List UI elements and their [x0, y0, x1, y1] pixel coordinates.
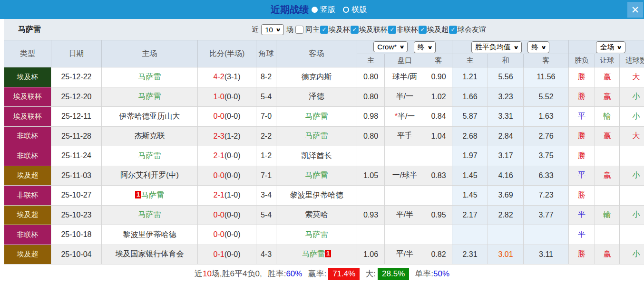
- close-icon: ✕: [631, 4, 640, 16]
- competition-filter: ✓ 球会友谊: [449, 25, 486, 34]
- chevron-down-icon: ∨: [399, 44, 405, 49]
- avg-time-dropdown[interactable]: 终 ∨: [527, 41, 549, 53]
- chevron-down-icon: ∨: [427, 45, 433, 50]
- halftime-score: (0-0): [224, 171, 241, 179]
- halftime-score: (3-1): [224, 73, 241, 81]
- handicap-text: 平/半: [396, 210, 413, 218]
- competition-label[interactable]: 非联杯: [397, 25, 418, 34]
- fulltime-score: 2-1: [214, 191, 224, 199]
- halftime-score: (1-2): [224, 132, 241, 140]
- vertical-layout-label[interactable]: 竖版: [320, 5, 335, 15]
- competition-filter: ✓ 埃及联杯: [350, 25, 388, 34]
- date-cell: 25-12-20: [51, 87, 102, 107]
- away-team-cell: 马萨雷: [276, 107, 357, 127]
- table-row: 非联杯 25-11-24 马萨雷 2-1(0-0) 1-2 凯泽酋长 1.97 …: [4, 146, 644, 166]
- sub-header-avg-draw: 和: [488, 54, 524, 67]
- chevron-down-icon: ∨: [275, 27, 281, 32]
- crow-away-cell: [425, 225, 452, 245]
- win-rate-value: 60%: [286, 269, 302, 279]
- competition-label[interactable]: 埃及杯: [329, 25, 350, 34]
- vertical-layout-radio-icon[interactable]: [312, 7, 318, 13]
- competition-label[interactable]: 埃及联杯: [359, 25, 388, 34]
- summary-stats: 场,胜6平4负0,: [212, 268, 262, 279]
- corners-cell: 8-2: [256, 67, 276, 87]
- away-team-name: 索莫哈: [305, 210, 328, 218]
- competition-checkbox[interactable]: ✓: [388, 26, 396, 34]
- date-cell: 25-11-03: [51, 166, 102, 186]
- odds-company-dropdown[interactable]: Crow* ∨: [373, 41, 408, 52]
- crow-away-cell: [425, 146, 452, 166]
- red-card-badge: 1: [135, 191, 141, 198]
- home-team-cell: 伊蒂哈德亚历山大: [102, 107, 198, 127]
- result-handicap-cell: [595, 225, 620, 245]
- result-goals-cell: 小: [620, 166, 644, 186]
- away-team-cell: 马萨雷1: [276, 245, 357, 264]
- filter-controls: 近 10 ∨ 场 同主 ✓ 埃及杯 ✓ 埃及联杯 ✓ 非联杯 ✓ 埃及超 ✓ 球…: [252, 24, 644, 35]
- match-count-select[interactable]: 10 ∨: [261, 24, 284, 35]
- result-goals-cell: 小: [620, 107, 644, 127]
- match-type-cell: 埃及联杯: [4, 107, 51, 127]
- odds-group-header: Crow* ∨ 终 ∨: [357, 40, 452, 54]
- sub-header-goals: 进球数: [620, 54, 644, 67]
- competition-checkbox[interactable]: ✓: [419, 26, 427, 34]
- same-home-label[interactable]: 同主: [305, 25, 320, 34]
- competition-checkbox[interactable]: ✓: [320, 26, 328, 34]
- avg-home-cell: 1.45: [452, 186, 488, 206]
- avg-away-cell: 6.33: [524, 166, 569, 186]
- avg-type-dropdown[interactable]: 胜平负均值 ∨: [471, 41, 522, 53]
- result-handicap-cell: 赢: [595, 67, 620, 87]
- big-label: 大:: [365, 268, 376, 279]
- avg-home-cell: 1.97: [452, 146, 488, 166]
- competition-checkbox[interactable]: ✓: [449, 26, 457, 34]
- col-header-corners: 角球: [256, 40, 276, 67]
- home-team-cell: 马萨雷: [102, 205, 198, 225]
- crow-home-cell: [357, 146, 385, 166]
- fulltime-score: 4-2: [214, 73, 224, 81]
- result-handicap-cell: 赢: [595, 126, 620, 146]
- result-handicap-cell: 輸: [595, 205, 620, 225]
- horizontal-layout-radio-icon[interactable]: [343, 7, 349, 13]
- table-row: 埃及杯 25-12-22 马萨雷 4-2(3-1) 8-2 德克内斯 0.80 …: [4, 67, 644, 87]
- corners-cell: 3-4: [256, 186, 276, 206]
- avg-away-cell: 2.76: [524, 126, 569, 146]
- avg-group-header: 胜平负均值 ∨ 终 ∨: [452, 40, 569, 54]
- home-team-name: 马萨雷: [138, 92, 161, 100]
- corners-cell: [256, 225, 276, 245]
- close-button[interactable]: ✕: [627, 2, 643, 18]
- title-bar: 近期战绩 竖版 横版 ✕: [0, 0, 644, 19]
- competition-label[interactable]: 埃及超: [427, 25, 449, 34]
- avg-away-cell: 1.63: [524, 107, 569, 127]
- home-team-name: 马萨雷: [141, 191, 164, 199]
- odds-time-dropdown[interactable]: 终 ∨: [414, 41, 436, 53]
- date-cell: 25-10-23: [51, 205, 102, 225]
- competition-label[interactable]: 球会友谊: [458, 25, 486, 34]
- away-team-name: 凯泽酋长: [302, 151, 332, 160]
- horizontal-layout-label[interactable]: 横版: [351, 5, 367, 15]
- handicap-cell: 平/半: [385, 245, 425, 264]
- handicap-cell: *半/一: [385, 107, 425, 127]
- score-cell: 2-3(1-2): [198, 126, 256, 146]
- crow-home-cell: 1.05: [357, 166, 385, 186]
- score-cell: 0-0(0-0): [198, 107, 256, 127]
- home-team-name: 黎波里伊蒂哈德: [123, 230, 176, 238]
- scope-dropdown[interactable]: 全场 ∨: [596, 41, 625, 53]
- match-count-value: 10: [265, 26, 273, 34]
- result-goals-cell: 大: [620, 67, 644, 87]
- home-team-cell: 马萨雷: [102, 87, 198, 107]
- same-home-checkbox[interactable]: [295, 26, 303, 34]
- corners-cell: 5-4: [256, 87, 276, 107]
- corners-cell: 4-3: [256, 245, 276, 264]
- date-cell: 25-11-24: [51, 146, 102, 166]
- result-handicap-cell: 輸: [595, 107, 620, 127]
- away-team-cell: 马萨雷: [276, 126, 357, 146]
- team-name: 马萨雷: [18, 25, 41, 35]
- table-row: 非联杯 25-11-28 杰斯克联 2-3(1-2) 2-2 马萨雷 0.80 …: [4, 126, 644, 146]
- red-card-badge: 1: [325, 250, 331, 257]
- home-team-cell: 马萨雷: [102, 67, 198, 87]
- avg-home-cell: [452, 225, 488, 245]
- handicap-cell: [385, 186, 425, 206]
- competition-checkbox[interactable]: ✓: [351, 26, 359, 34]
- handicap-text: 平手: [397, 132, 412, 140]
- result-wdl-cell: 勝: [569, 186, 595, 206]
- result-goals-cell: 小: [620, 205, 644, 225]
